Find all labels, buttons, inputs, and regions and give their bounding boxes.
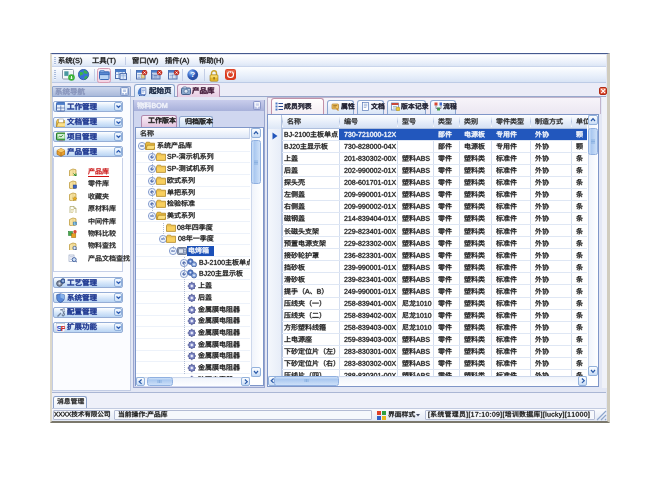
svg-text:?: ? <box>190 71 195 80</box>
svg-text:P: P <box>60 323 65 332</box>
